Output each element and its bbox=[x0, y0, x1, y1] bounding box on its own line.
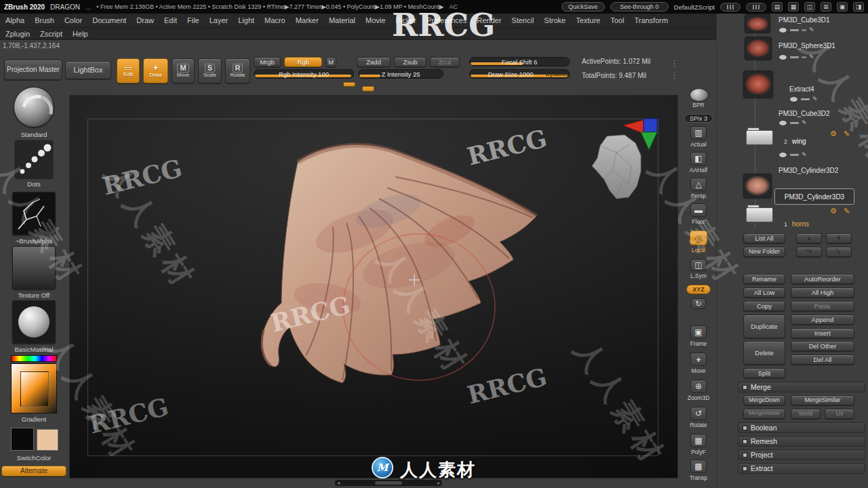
subtool-controls[interactable]: ✎ bbox=[778, 152, 807, 158]
folder-gear-icon[interactable]: ⚙ bbox=[830, 207, 837, 215]
subtool-name[interactable]: PM3D_Cube3D2 bbox=[778, 110, 830, 117]
pen-icon[interactable]: ✎ bbox=[809, 54, 814, 60]
weld-button[interactable]: Weld bbox=[791, 409, 821, 419]
mini-slider-1[interactable] bbox=[720, 3, 741, 12]
zscript-label[interactable]: DefaultZScript bbox=[674, 3, 715, 11]
remesh-section-header[interactable]: Remesh bbox=[738, 436, 865, 447]
color-picker-inner[interactable] bbox=[20, 371, 49, 407]
mini-slider-2[interactable] bbox=[746, 3, 766, 12]
subtool-selected[interactable]: PM3D_Cylinder3D3 bbox=[774, 188, 854, 205]
xyz-button[interactable]: XYZ bbox=[686, 285, 711, 294]
autoreorder-button[interactable]: AutoReorder bbox=[791, 274, 854, 284]
menu-help[interactable]: Help bbox=[73, 30, 88, 38]
duplicate-button[interactable]: Duplicate bbox=[743, 314, 785, 338]
subtool-thumb[interactable] bbox=[745, 14, 770, 33]
alpha-selector[interactable] bbox=[12, 192, 56, 235]
seethrough-slider[interactable]: See-through 0 bbox=[610, 2, 669, 12]
menu-macro[interactable]: Macro bbox=[264, 16, 285, 24]
merge-section-header[interactable]: Merge bbox=[738, 382, 865, 392]
menu-draw[interactable]: Draw bbox=[136, 16, 154, 24]
subtool-up-button[interactable]: ▲ bbox=[796, 233, 822, 243]
alternate-button[interactable]: Alternate bbox=[1, 466, 66, 476]
menu-texture[interactable]: Texture bbox=[576, 16, 600, 24]
layout-icon-6[interactable]: ◨ bbox=[853, 2, 864, 12]
move-into-folder-button[interactable]: ↳ bbox=[826, 247, 852, 257]
subtool-controls[interactable]: ✎ bbox=[789, 96, 818, 102]
subtool-controls[interactable]: ✎ bbox=[778, 120, 807, 126]
mini-slider-icon[interactable] bbox=[790, 29, 799, 31]
boolean-section-header[interactable]: Boolean bbox=[738, 422, 865, 433]
menu-material[interactable]: Material bbox=[329, 16, 355, 24]
folder-brush-icon[interactable]: ✎ bbox=[844, 130, 850, 138]
z-intensity-slider[interactable]: Z Intensity 25 bbox=[358, 69, 443, 79]
cycle-icon[interactable]: ↻ bbox=[691, 298, 706, 309]
zoom3d-icon[interactable]: ⊕ bbox=[690, 380, 707, 393]
del-all-button[interactable]: Del All bbox=[791, 354, 854, 365]
menu-light[interactable]: Light bbox=[238, 16, 254, 24]
menu-movie[interactable]: Movie bbox=[366, 16, 385, 24]
move3d-icon[interactable]: + bbox=[690, 352, 707, 366]
menu-file[interactable]: File bbox=[187, 16, 199, 24]
folder-name[interactable]: wing bbox=[792, 138, 806, 145]
aahalf-icon[interactable]: ◧ bbox=[690, 152, 707, 165]
subtool-name[interactable]: PM3D_Cylinder3D2 bbox=[778, 167, 838, 174]
layout-icon-5[interactable]: ▣ bbox=[837, 2, 848, 12]
pen-icon[interactable]: ✎ bbox=[809, 27, 814, 33]
menu-transform[interactable]: Transform bbox=[634, 16, 668, 24]
rgb-intensity-slider[interactable]: Rgb Intensity 100 bbox=[254, 69, 354, 79]
layout-icon-4[interactable]: ⊞ bbox=[821, 2, 831, 12]
mergedown-button[interactable]: MergeDown bbox=[743, 395, 785, 405]
folder-icon[interactable] bbox=[746, 127, 774, 146]
mergevisible-button[interactable]: MergeVisible bbox=[743, 409, 785, 419]
paste-button[interactable]: Paste bbox=[791, 301, 854, 311]
all-low-button[interactable]: All Low bbox=[743, 287, 785, 298]
scroll-right-icon[interactable]: ▸ bbox=[437, 481, 440, 486]
subtool-name[interactable]: Extract4 bbox=[789, 85, 814, 93]
eye-icon[interactable] bbox=[778, 27, 787, 33]
lsym-icon[interactable]: ◫ bbox=[690, 259, 707, 271]
stroke-selector[interactable] bbox=[15, 140, 53, 178]
subtool-name[interactable]: PM3D_Sphere3D1 bbox=[778, 42, 835, 49]
rotate3d-icon[interactable]: ↺ bbox=[690, 407, 707, 420]
eye-icon[interactable] bbox=[789, 96, 798, 102]
pen-icon[interactable]: ✎ bbox=[812, 96, 818, 102]
all-high-button[interactable]: All High bbox=[791, 287, 854, 298]
main-color-swatch[interactable] bbox=[11, 428, 34, 451]
hue-strip[interactable] bbox=[11, 355, 57, 362]
eye-icon[interactable] bbox=[778, 152, 787, 158]
scrollbar-thumb[interactable] bbox=[375, 481, 402, 485]
copy-button[interactable]: Copy bbox=[743, 301, 785, 311]
persp-icon[interactable]: △ bbox=[690, 178, 707, 191]
bpr-icon[interactable] bbox=[690, 88, 709, 102]
menu-layer[interactable]: Layer bbox=[210, 16, 229, 24]
color-picker[interactable] bbox=[11, 363, 57, 413]
projection-master-button[interactable]: Projection Master bbox=[4, 60, 62, 80]
mini-slider-icon[interactable] bbox=[802, 56, 806, 58]
layout-icon-1[interactable]: ▤ bbox=[772, 2, 783, 12]
edit-button[interactable]: ▭ Edit bbox=[117, 58, 140, 83]
eye-icon[interactable] bbox=[778, 120, 787, 126]
mergesimilar-button[interactable]: MergeSimilar bbox=[791, 395, 854, 405]
rotate-button[interactable]: R Rotate bbox=[225, 58, 250, 83]
menu-document[interactable]: Document bbox=[92, 16, 126, 24]
spix-slider[interactable]: SPix 3 bbox=[684, 114, 713, 123]
frame-icon[interactable]: ▣ bbox=[690, 325, 707, 339]
move-out-folder-button[interactable]: ↷ bbox=[796, 247, 822, 257]
extract-section-header[interactable]: Extract bbox=[738, 463, 865, 474]
layout-icon-3[interactable]: ◫ bbox=[804, 2, 815, 12]
menu-brush[interactable]: Brush bbox=[35, 16, 54, 24]
folder-icon[interactable] bbox=[746, 205, 774, 224]
pen-icon[interactable]: ✎ bbox=[802, 152, 807, 158]
rename-button[interactable]: Rename bbox=[743, 274, 785, 284]
split-button[interactable]: Split bbox=[743, 368, 785, 378]
uv-button[interactable]: Uv bbox=[825, 409, 854, 419]
secondary-color-swatch[interactable] bbox=[37, 429, 58, 451]
mini-slider-icon[interactable] bbox=[790, 154, 799, 156]
folder-gear-icon[interactable]: ⚙ bbox=[830, 130, 837, 138]
subtool-down-button[interactable]: ▼ bbox=[826, 233, 852, 243]
focal-shift-slider[interactable]: Focal Shift 6 bbox=[469, 57, 570, 66]
move-button[interactable]: M Move bbox=[172, 58, 195, 83]
list-all-button[interactable]: List All bbox=[743, 233, 785, 243]
menu-zscript[interactable]: Zscript bbox=[40, 30, 62, 38]
viewport-canvas[interactable] bbox=[69, 95, 678, 479]
